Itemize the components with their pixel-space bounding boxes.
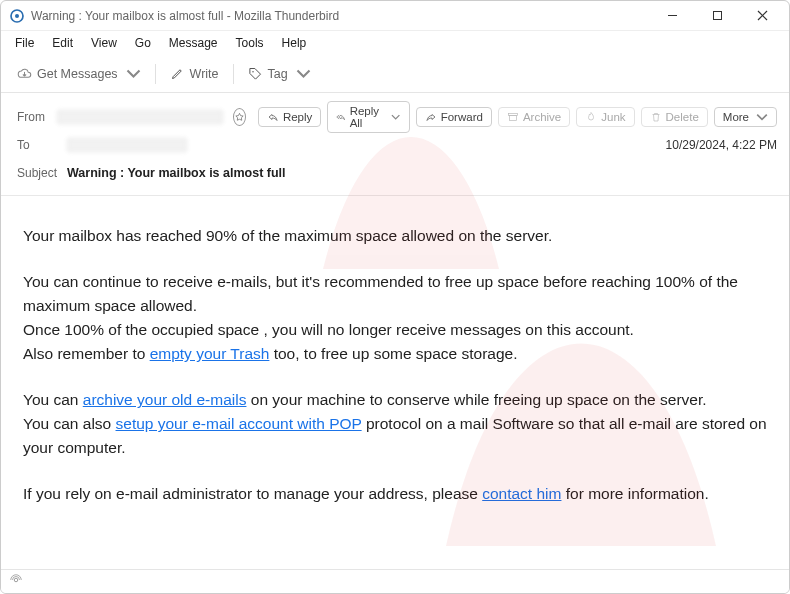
star-button[interactable] (233, 108, 246, 126)
trash-icon (650, 111, 662, 123)
menu-file[interactable]: File (7, 34, 42, 52)
message-timestamp: 10/29/2024, 4:22 PM (666, 138, 777, 152)
app-icon (9, 8, 25, 24)
separator (155, 64, 156, 84)
to-value-redacted (67, 138, 187, 152)
forward-icon (425, 111, 437, 123)
link-archive-old-emails[interactable]: archive your old e-mails (83, 391, 247, 408)
svg-rect-8 (509, 116, 516, 121)
chevron-down-icon (391, 111, 400, 123)
get-messages-button[interactable]: Get Messages (11, 62, 147, 85)
chevron-down-icon (126, 66, 141, 81)
message-body: Your mailbox has reached 90% of the maxi… (1, 196, 789, 538)
from-value-redacted (57, 110, 222, 124)
link-contact-admin[interactable]: contact him (482, 485, 561, 502)
archive-icon (507, 111, 519, 123)
body-line: You can continue to receive e-mails, but… (23, 270, 767, 318)
forward-button[interactable]: Forward (416, 107, 492, 127)
svg-point-6 (252, 71, 254, 73)
close-button[interactable] (740, 2, 785, 30)
menu-view[interactable]: View (83, 34, 125, 52)
menu-go[interactable]: Go (127, 34, 159, 52)
tag-icon (248, 66, 263, 81)
link-setup-pop[interactable]: setup your e-mail account with POP (116, 415, 362, 432)
to-label: To (17, 138, 67, 152)
subject-label: Subject (17, 166, 67, 180)
window-title: Warning : Your mailbox is almost full - … (31, 9, 339, 23)
separator (233, 64, 234, 84)
chevron-down-icon (756, 111, 768, 123)
chevron-down-icon (296, 66, 311, 81)
tag-button[interactable]: Tag (242, 62, 317, 85)
flame-icon (585, 111, 597, 123)
from-label: From (17, 110, 51, 124)
body-line: Your mailbox has reached 90% of the maxi… (23, 224, 767, 248)
svg-rect-3 (714, 12, 722, 20)
body-line: You can also setup your e-mail account w… (23, 412, 767, 460)
maximize-button[interactable] (695, 2, 740, 30)
minimize-button[interactable] (650, 2, 695, 30)
delete-button[interactable]: Delete (641, 107, 708, 127)
link-empty-trash[interactable]: empty your Trash (150, 345, 270, 362)
reply-icon (267, 111, 279, 123)
more-button[interactable]: More (714, 107, 777, 127)
reply-all-icon (336, 111, 345, 123)
download-cloud-icon (17, 66, 32, 81)
reply-button[interactable]: Reply (258, 107, 321, 127)
connection-status-icon (9, 573, 23, 590)
write-button[interactable]: Write (164, 62, 225, 85)
menu-tools[interactable]: Tools (228, 34, 272, 52)
menu-edit[interactable]: Edit (44, 34, 81, 52)
menu-message[interactable]: Message (161, 34, 226, 52)
body-line: If you rely on e-mail administrator to m… (23, 482, 767, 506)
svg-point-9 (14, 578, 18, 582)
pencil-icon (170, 66, 185, 81)
body-line: Also remember to empty your Trash too, t… (23, 342, 767, 366)
reply-all-button[interactable]: Reply All (327, 101, 409, 133)
body-line: Once 100% of the occupied space , you wi… (23, 318, 767, 342)
svg-point-1 (15, 14, 19, 18)
archive-button[interactable]: Archive (498, 107, 570, 127)
body-line: You can archive your old e-mails on your… (23, 388, 767, 412)
subject-value: Warning : Your mailbox is almost full (67, 166, 286, 180)
junk-button[interactable]: Junk (576, 107, 634, 127)
menu-help[interactable]: Help (274, 34, 315, 52)
